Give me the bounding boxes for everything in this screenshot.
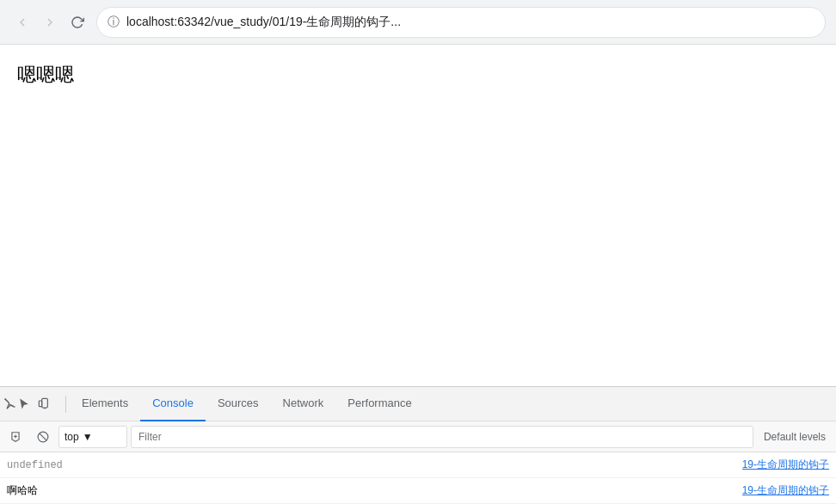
address-bar[interactable]: ⓘ localhost:63342/vue_study/01/19-生命周期的钩…: [96, 7, 826, 38]
devtools-icon-buttons: [3, 390, 58, 418]
tab-sources[interactable]: Sources: [206, 387, 271, 421]
info-icon: ⓘ: [108, 15, 120, 30]
console-row: undefined 19-生命周期的钩子: [0, 452, 836, 478]
console-output: undefined 19-生命周期的钩子 啊哈哈 19-生命周期的钩子: [0, 452, 836, 504]
back-button[interactable]: [10, 10, 34, 34]
context-label: top: [65, 431, 79, 443]
device-toolbar-button[interactable]: [31, 390, 58, 418]
url-text: localhost:63342/vue_study/01/19-生命周期的钩子.…: [126, 15, 814, 30]
chevron-down-icon: ▼: [83, 431, 93, 443]
console-text-ahaha: 啊哈哈: [7, 483, 38, 498]
console-block-button[interactable]: [31, 425, 55, 449]
console-clear-button[interactable]: [3, 425, 28, 449]
console-filter-input[interactable]: [131, 426, 753, 448]
page-main-text: 嗯嗯嗯: [17, 62, 819, 88]
tab-network[interactable]: Network: [271, 387, 336, 421]
svg-line-8: [40, 433, 46, 439]
console-value-undefined: undefined: [7, 459, 63, 471]
tab-performance[interactable]: Performance: [335, 387, 423, 421]
nav-buttons: [10, 10, 89, 34]
console-row: 啊哈哈 19-生命周期的钩子: [0, 478, 836, 504]
default-levels-button[interactable]: Default levels: [757, 431, 833, 443]
console-source-0[interactable]: 19-生命周期的钩子: [742, 458, 829, 472]
devtools-tabs: Elements Console Sources Network Perform…: [0, 387, 836, 421]
reload-button[interactable]: [65, 10, 89, 34]
console-toolbar: top ▼ Default levels: [0, 421, 836, 452]
console-source-1[interactable]: 19-生命周期的钩子: [742, 483, 829, 498]
forward-button[interactable]: [38, 10, 62, 34]
devtools-panel: Elements Console Sources Network Perform…: [0, 386, 836, 504]
tab-divider: [65, 396, 66, 413]
context-selector[interactable]: top ▼: [58, 426, 127, 448]
svg-rect-1: [42, 398, 48, 408]
inspect-element-button[interactable]: [3, 390, 31, 418]
svg-rect-2: [39, 401, 41, 407]
browser-toolbar: ⓘ localhost:63342/vue_study/01/19-生命周期的钩…: [0, 0, 836, 45]
page-content: 嗯嗯嗯: [0, 45, 836, 386]
tab-console[interactable]: Console: [140, 387, 206, 421]
tab-elements[interactable]: Elements: [70, 387, 140, 421]
